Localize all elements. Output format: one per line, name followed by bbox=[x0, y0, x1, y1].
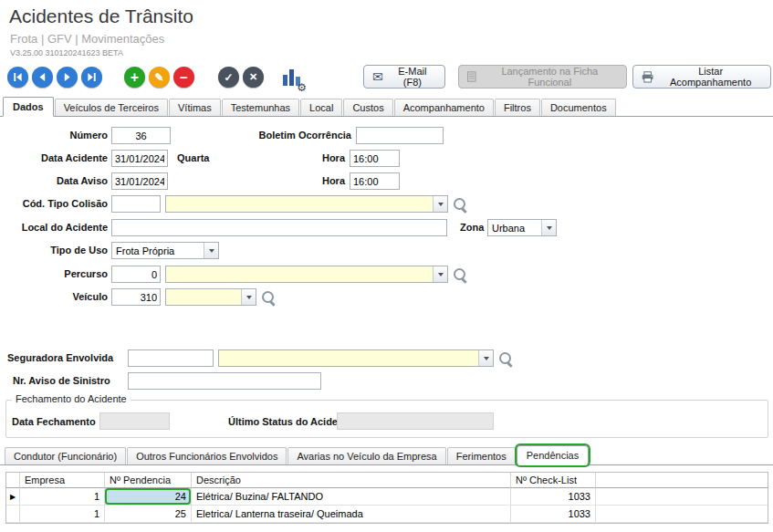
veiculo-field[interactable] bbox=[111, 288, 161, 306]
email-button[interactable]: ✉ E-Mail (F8) bbox=[363, 65, 445, 89]
fechamento-groupbox: Fechamento do Acidente Data Fechamento Ú… bbox=[5, 400, 768, 438]
hora-aviso-label: Hora bbox=[301, 172, 345, 190]
next-record-button[interactable] bbox=[57, 67, 78, 88]
main-tabstrip: Dados Veículos de Terceiros Vítimas Test… bbox=[0, 97, 773, 117]
add-record-button[interactable]: + bbox=[124, 67, 145, 88]
grid-header-row: Empresa Nº Pendencia Descrição Nº Check-… bbox=[6, 473, 768, 488]
cell-checklist[interactable]: 1033 bbox=[511, 506, 596, 523]
tab-avarias-veiculo[interactable]: Avarias no Veículo da Empresa bbox=[287, 447, 445, 464]
row-marker-empty bbox=[6, 506, 20, 523]
tab-outros-funcionarios[interactable]: Outros Funcionários Envolvidos bbox=[127, 447, 287, 464]
local-acidente-field[interactable] bbox=[111, 219, 447, 236]
hora-acidente-field[interactable] bbox=[350, 150, 400, 167]
veiculo-label: Veículo bbox=[7, 288, 108, 306]
tipo-de-uso-combo[interactable]: Frota Própria bbox=[111, 242, 219, 259]
document-icon bbox=[467, 71, 476, 82]
boletim-ocorrencia-field[interactable] bbox=[356, 127, 444, 144]
nr-aviso-sinistro-field[interactable] bbox=[128, 372, 321, 390]
cell-checklist[interactable]: 1033 bbox=[511, 488, 596, 506]
delete-record-button[interactable]: − bbox=[173, 67, 194, 88]
gear-icon: ⚙ bbox=[297, 82, 307, 93]
listar-acompanhamento-button[interactable]: Listar Acompanhamento bbox=[632, 65, 771, 89]
numero-field[interactable] bbox=[111, 127, 171, 144]
cell-descricao[interactable]: Elétrica/ Buzina/ FALTANDO bbox=[192, 488, 511, 506]
cell-pendencia[interactable]: 25 bbox=[105, 506, 192, 523]
seguradora-search-icon[interactable] bbox=[498, 351, 513, 366]
local-acidente-label: Local do Acidente bbox=[7, 219, 108, 236]
seguradora-field[interactable] bbox=[128, 349, 214, 367]
chevron-down-icon bbox=[541, 220, 556, 235]
email-button-label: E-Mail (F8) bbox=[389, 66, 436, 88]
dia-semana-label: Quarta bbox=[177, 150, 209, 167]
minus-icon: − bbox=[180, 70, 188, 84]
tab-vitimas[interactable]: Vítimas bbox=[169, 99, 221, 116]
first-record-button[interactable] bbox=[7, 67, 28, 88]
data-fechamento-label: Data Fechamento bbox=[12, 413, 96, 431]
envelope-icon: ✉ bbox=[372, 69, 383, 84]
chevron-down-icon bbox=[241, 289, 256, 305]
tab-pendencias[interactable]: Pendências bbox=[517, 445, 590, 465]
data-aviso-field[interactable] bbox=[111, 172, 168, 190]
cell-filler bbox=[596, 488, 768, 506]
data-fechamento-field bbox=[99, 412, 170, 430]
printer-icon bbox=[642, 71, 653, 83]
chevron-down-icon bbox=[433, 266, 447, 282]
percurso-label: Percurso bbox=[7, 266, 108, 283]
cancel-button[interactable]: ✕ bbox=[243, 67, 264, 88]
data-aviso-label: Data Aviso bbox=[7, 172, 108, 190]
tab-testemunhas[interactable]: Testemunhas bbox=[222, 99, 299, 116]
veiculo-search-icon[interactable] bbox=[261, 290, 276, 305]
tipo-colisao-search-icon[interactable] bbox=[453, 197, 467, 212]
tab-ferimentos[interactable]: Ferimentos bbox=[447, 447, 516, 464]
table-row: 1 25 Eletrica/ Lanterna traseira/ Queima… bbox=[6, 506, 768, 523]
grid-header-indicator bbox=[6, 473, 20, 488]
confirm-button[interactable]: ✓ bbox=[218, 67, 239, 88]
table-row: ▶ 1 24 Elétrica/ Buzina/ FALTANDO 1033 bbox=[6, 488, 768, 506]
cell-descricao[interactable]: Eletrica/ Lanterna traseira/ Queimada bbox=[192, 506, 511, 523]
hora-aviso-field[interactable] bbox=[350, 172, 400, 190]
percurso-search-icon[interactable] bbox=[453, 267, 467, 282]
cell-empresa[interactable]: 1 bbox=[20, 488, 105, 506]
chevron-down-icon bbox=[433, 196, 447, 212]
grid-header-descricao[interactable]: Descrição bbox=[192, 473, 511, 488]
detail-tabstrip: Condutor (Funcionário) Outros Funcionári… bbox=[0, 445, 773, 465]
tab-filtros[interactable]: Filtros bbox=[495, 99, 540, 116]
tab-acompanhamento[interactable]: Acompanhamento bbox=[394, 99, 494, 116]
ultimo-status-label: Último Status do Acidente bbox=[228, 413, 353, 431]
tab-local[interactable]: Local bbox=[300, 99, 342, 116]
hora-acidente-label: Hora bbox=[301, 150, 345, 167]
cell-empresa[interactable]: 1 bbox=[20, 506, 105, 523]
zona-combo[interactable]: Urbana bbox=[487, 219, 557, 236]
tab-dados[interactable]: Dados bbox=[3, 97, 54, 117]
tab-documentos[interactable]: Documentos bbox=[541, 99, 616, 116]
percurso-combo[interactable] bbox=[165, 266, 448, 283]
cod-tipo-colisao-field[interactable] bbox=[111, 195, 161, 213]
tab-custos[interactable]: Custos bbox=[343, 99, 392, 116]
seguradora-combo[interactable] bbox=[218, 349, 494, 367]
ultimo-status-field bbox=[337, 412, 494, 430]
lancamento-ficha-funcional-button[interactable]: Lançamento na Ficha Funcional bbox=[458, 65, 627, 89]
last-record-button[interactable] bbox=[81, 67, 102, 88]
tipo-colisao-combo[interactable] bbox=[165, 195, 448, 213]
last-record-icon bbox=[87, 72, 97, 82]
data-acidente-field[interactable] bbox=[111, 150, 168, 167]
grid-header-checklist[interactable]: Nº Check-List bbox=[511, 473, 596, 488]
pencil-icon: ✎ bbox=[154, 72, 163, 83]
breadcrumb: Frota | GFV | Movimentações bbox=[10, 32, 164, 46]
next-record-icon bbox=[62, 72, 72, 82]
edit-record-button[interactable]: ✎ bbox=[149, 67, 170, 88]
veiculo-combo[interactable] bbox=[165, 288, 256, 306]
cod-tipo-colisao-label: Cód. Tipo Colisão bbox=[7, 195, 108, 213]
veiculo-combo-redacted-value bbox=[166, 292, 241, 303]
tab-condutor-funcionario[interactable]: Condutor (Funcionário) bbox=[5, 447, 126, 464]
first-record-icon bbox=[13, 72, 23, 82]
grid-header-empresa[interactable]: Empresa bbox=[20, 473, 105, 488]
percurso-field[interactable] bbox=[111, 266, 161, 283]
lancamento-button-label: Lançamento na Ficha Funcional bbox=[482, 66, 618, 88]
cross-icon: ✕ bbox=[249, 72, 257, 82]
grid-header-pendencia[interactable]: Nº Pendencia bbox=[105, 473, 192, 488]
chart-button[interactable]: ⚙ bbox=[279, 66, 305, 90]
tab-veiculos-de-terceiros[interactable]: Veículos de Terceiros bbox=[55, 99, 168, 116]
cell-pendencia-selected[interactable]: 24 bbox=[105, 488, 192, 506]
previous-record-button[interactable] bbox=[32, 67, 53, 88]
